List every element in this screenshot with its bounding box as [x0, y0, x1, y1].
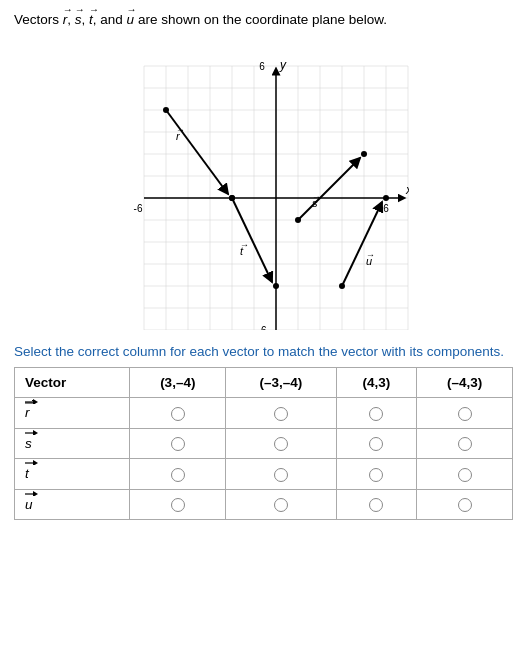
vector-t-label: t [89, 10, 93, 30]
radio-t-4-3[interactable] [369, 468, 383, 482]
coordinate-plane: x y -6 6 6 -6 r → s → [119, 40, 409, 330]
svg-text:→: → [366, 250, 375, 260]
vector-r-start [163, 107, 169, 113]
radio-t-col2[interactable] [226, 459, 337, 489]
radio-t-col4[interactable] [417, 459, 513, 489]
x-tick-6: 6 [383, 203, 389, 214]
radio-s-neg3-neg4[interactable] [274, 437, 288, 451]
radio-u-neg4-3[interactable] [458, 498, 472, 512]
radio-t-neg4-3[interactable] [458, 468, 472, 482]
vector-u-cell: u [15, 489, 130, 519]
radio-r-col4[interactable] [417, 398, 513, 428]
col-header-3-neg4: (3,–4) [130, 368, 226, 398]
x-tick--6: -6 [133, 203, 142, 214]
vector-t-start [229, 195, 235, 201]
radio-u-col4[interactable] [417, 489, 513, 519]
radio-s-3-neg4[interactable] [171, 437, 185, 451]
table-row-t: t [15, 459, 513, 489]
radio-u-col1[interactable] [130, 489, 226, 519]
radio-r-neg3-neg4[interactable] [274, 407, 288, 421]
y-axis-label: y [279, 58, 287, 72]
vector-t-cell: t [15, 459, 130, 489]
svg-text:→: → [240, 240, 249, 250]
y-tick-6: 6 [259, 61, 265, 72]
table-row-s: s [15, 428, 513, 458]
radio-u-3-neg4[interactable] [171, 498, 185, 512]
table-row-u: u [15, 489, 513, 519]
col-header-neg3-neg4: (–3,–4) [226, 368, 337, 398]
radio-r-4-3[interactable] [369, 407, 383, 421]
radio-r-col3[interactable] [336, 398, 417, 428]
vector-u-start [339, 283, 345, 289]
radio-r-col2[interactable] [226, 398, 337, 428]
radio-u-col3[interactable] [336, 489, 417, 519]
vector-r-line [166, 110, 228, 194]
radio-r-neg4-3[interactable] [458, 407, 472, 421]
radio-s-col3[interactable] [336, 428, 417, 458]
graph-container: x y -6 6 6 -6 r → s → [14, 40, 513, 330]
vector-s-label: s [75, 10, 82, 30]
instruction-text: Select the correct column for each vecto… [14, 344, 513, 359]
radio-u-col2[interactable] [226, 489, 337, 519]
col-header-4-3: (4,3) [336, 368, 417, 398]
radio-s-col1[interactable] [130, 428, 226, 458]
radio-t-col1[interactable] [130, 459, 226, 489]
table-row-r: r [15, 398, 513, 428]
vector-t-end [273, 283, 279, 289]
table-header-row: Vector (3,–4) (–3,–4) (4,3) (–4,3) [15, 368, 513, 398]
intro-paragraph: Vectors r, s, t, and u are shown on the … [14, 10, 513, 30]
svg-text:→: → [312, 192, 321, 202]
radio-s-col2[interactable] [226, 428, 337, 458]
col-header-vector: Vector [15, 368, 130, 398]
svg-text:→: → [176, 125, 185, 135]
vector-s-start [295, 217, 301, 223]
radio-t-neg3-neg4[interactable] [274, 468, 288, 482]
vector-t-line [232, 198, 272, 282]
vector-u-label: u [127, 10, 135, 30]
radio-r-3-neg4[interactable] [171, 407, 185, 421]
vector-s-end [361, 151, 367, 157]
radio-u-4-3[interactable] [369, 498, 383, 512]
x-axis-label: x [405, 183, 409, 197]
radio-s-col4[interactable] [417, 428, 513, 458]
vector-r-cell: r [15, 398, 130, 428]
vector-s-cell: s [15, 428, 130, 458]
radio-u-neg3-neg4[interactable] [274, 498, 288, 512]
radio-s-4-3[interactable] [369, 437, 383, 451]
radio-t-3-neg4[interactable] [171, 468, 185, 482]
radio-t-col3[interactable] [336, 459, 417, 489]
vector-r-label: r [63, 10, 68, 30]
vector-table: Vector (3,–4) (–3,–4) (4,3) (–4,3) r [14, 367, 513, 520]
vector-u-line [342, 202, 382, 286]
radio-r-col1[interactable] [130, 398, 226, 428]
radio-s-neg4-3[interactable] [458, 437, 472, 451]
col-header-neg4-3: (–4,3) [417, 368, 513, 398]
y-tick--6: -6 [257, 325, 266, 330]
vector-s-line [298, 158, 360, 220]
vector-u-end [383, 195, 389, 201]
